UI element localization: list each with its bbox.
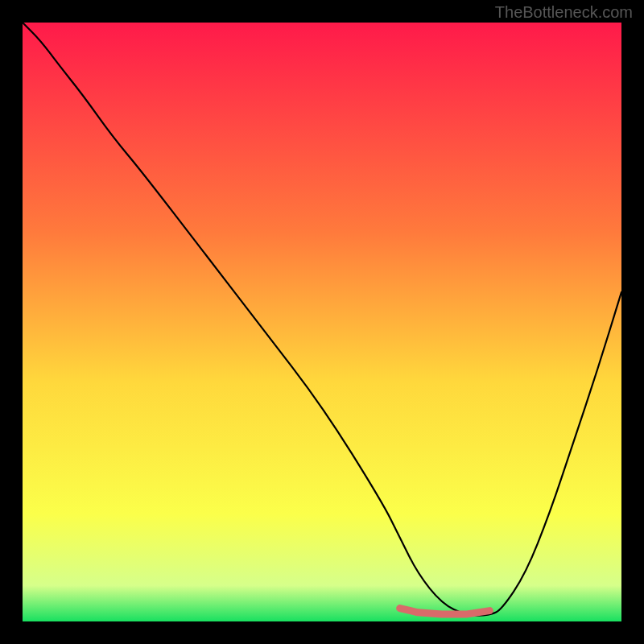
main-curve <box>23 23 621 616</box>
curve-layer <box>23 23 621 621</box>
chart-area <box>23 23 621 621</box>
watermark: TheBottleneck.com <box>495 3 633 22</box>
highlight-band <box>400 609 490 615</box>
